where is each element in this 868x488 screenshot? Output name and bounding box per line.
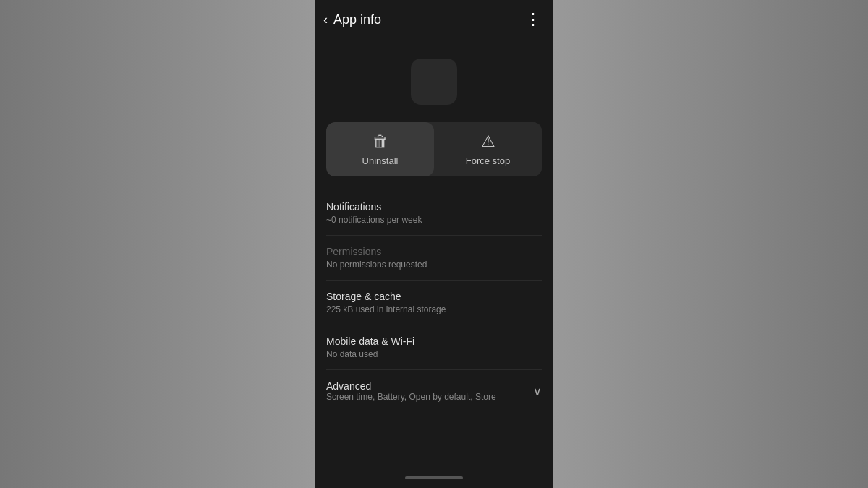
uninstall-button[interactable]: 🗑 Uninstall [326,122,434,176]
bg-left [0,0,315,488]
uninstall-label: Uninstall [362,155,399,166]
uninstall-icon: 🗑 [373,132,388,151]
chevron-down-icon: ∨ [533,385,542,398]
page-title: App info [333,12,381,27]
mobile-data-title: Mobile data & Wi-Fi [326,335,542,347]
force-stop-label: Force stop [466,155,510,166]
permissions-subtitle: No permissions requested [326,260,542,270]
bg-right [553,0,868,488]
permissions-title: Permissions [326,246,542,257]
top-bar: ‹ App info ⋮ [315,0,553,38]
storage-setting[interactable]: Storage & cache 225 kB used in internal … [326,281,542,325]
advanced-row: Advanced Screen time, Battery, Open by d… [326,380,542,402]
force-stop-button[interactable]: ⚠ Force stop [434,122,542,176]
home-indicator [405,476,463,479]
mobile-data-subtitle: No data used [326,349,542,359]
settings-list: Notifications ~0 notifications per week … [315,191,553,471]
notifications-setting[interactable]: Notifications ~0 notifications per week [326,191,542,236]
storage-title: Storage & cache [326,291,542,302]
more-options-icon[interactable]: ⋮ [525,10,542,29]
page-wrapper: ‹ App info ⋮ 🗑 Uninstall ⚠ Force stop No [0,0,868,488]
phone-screen: ‹ App info ⋮ 🗑 Uninstall ⚠ Force stop No [315,0,553,488]
mobile-data-setting[interactable]: Mobile data & Wi-Fi No data used [326,325,542,370]
force-stop-icon: ⚠ [481,132,495,151]
back-icon[interactable]: ‹ [323,12,328,27]
storage-subtitle: 225 kB used in internal storage [326,304,542,314]
notifications-title: Notifications [326,201,542,213]
notifications-subtitle: ~0 notifications per week [326,215,542,225]
advanced-title: Advanced [326,380,496,392]
action-buttons-container: 🗑 Uninstall ⚠ Force stop [326,122,542,176]
advanced-setting[interactable]: Advanced Screen time, Battery, Open by d… [326,370,542,412]
top-bar-left: ‹ App info [323,12,381,27]
permissions-setting: Permissions No permissions requested [326,236,542,281]
app-icon-area [315,38,553,119]
advanced-text: Advanced Screen time, Battery, Open by d… [326,380,496,402]
app-icon [411,59,457,105]
advanced-subtitle: Screen time, Battery, Open by default, S… [326,392,496,402]
bottom-bar [315,471,553,488]
